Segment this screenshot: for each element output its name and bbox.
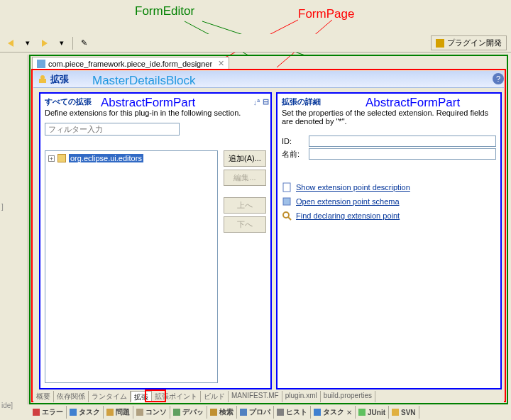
sidebar-marker: ide] — [1, 402, 13, 409]
annotation-formeditor: FormEditor — [135, 4, 194, 18]
dropdown-icon[interactable]: ▾ — [21, 37, 34, 50]
details-section-title: 拡張の詳細 — [282, 96, 321, 107]
master-section-title: すべての拡張 — [45, 96, 92, 107]
view-history[interactable]: ヒスト — [274, 406, 311, 419]
form-title: 拡張 — [50, 73, 69, 86]
master-section: すべての拡張 ↓ª ⊟ Define extensions for this p… — [40, 94, 270, 388]
sort-icon[interactable]: ↓ª — [253, 98, 260, 106]
view-svn[interactable]: SVN — [389, 406, 419, 419]
forward-button[interactable] — [38, 37, 51, 50]
bottom-view-tabs: エラー タスク 問題 コンソ デバッ 検索 プロパ ヒスト タスク ✕ JUni… — [30, 406, 510, 419]
svg-line-9 — [288, 217, 291, 220]
plugin-dev-icon — [436, 39, 444, 48]
button-column: 追加(A)... 編集... 上へ 下へ — [224, 150, 266, 233]
tab-manifest[interactable]: MANIFEST.MF — [229, 391, 282, 402]
details-section: 拡張の詳細 Set the properties of the selected… — [278, 94, 500, 388]
view-console[interactable]: コンソ — [133, 406, 170, 419]
collapse-icon[interactable]: ⊟ — [263, 97, 269, 106]
editor-tab[interactable]: com.piece_framework.piece_ide.form_desig… — [32, 57, 229, 70]
svg-rect-6 — [283, 183, 290, 192]
expand-icon[interactable]: + — [48, 155, 55, 162]
down-button[interactable]: 下へ — [224, 216, 266, 233]
view-tasks[interactable]: タスク — [67, 406, 104, 419]
doc-icon — [282, 182, 292, 192]
filter-input[interactable] — [45, 123, 180, 136]
tab-build-properties[interactable]: build.properties — [321, 391, 375, 402]
add-button[interactable]: 追加(A)... — [224, 150, 266, 167]
id-label: ID: — [282, 137, 309, 145]
open-schema-link[interactable]: Open extension point schema — [296, 197, 400, 206]
help-icon[interactable]: ? — [493, 73, 504, 84]
perspective-label: プラグイン開発 — [447, 38, 502, 48]
view-problems[interactable]: 問題 — [104, 406, 133, 419]
tree-item[interactable]: + org.eclipse.ui.editors — [48, 154, 214, 162]
view-debug[interactable]: デバッ — [170, 406, 207, 419]
tool-icon[interactable]: ✎ — [77, 37, 90, 50]
close-icon[interactable]: ✕ — [218, 59, 224, 68]
annotation-formpage: FormPage — [298, 7, 354, 21]
details-section-desc: Set the properties of the selected exten… — [278, 109, 500, 130]
name-field[interactable] — [309, 148, 496, 160]
name-label: 名前: — [282, 149, 309, 160]
up-button[interactable]: 上へ — [224, 197, 266, 214]
annotation-abstractformpart: AbstractFormPart — [101, 96, 195, 110]
tab-build[interactable]: ビルド — [201, 391, 229, 402]
editor-tab-label: com.piece_framework.piece_ide.form_desig… — [48, 60, 212, 68]
active-tab-highlight — [145, 389, 166, 402]
search-icon — [282, 211, 292, 221]
view-properties[interactable]: プロパ — [237, 406, 274, 419]
view-search[interactable]: 検索 — [207, 406, 237, 419]
back-button[interactable] — [4, 37, 17, 50]
master-section-desc: Define extensions for this plug-in in th… — [40, 109, 270, 121]
find-declaring-link[interactable]: Find declaring extension point — [296, 211, 400, 220]
sidebar-marker: ] — [1, 203, 4, 211]
view-errors[interactable]: エラー — [30, 406, 67, 419]
form-page-tabs: 概要 依存関係 ランタイム 拡張 拡張ポイント ビルド MANIFEST.MF … — [33, 391, 504, 402]
dropdown-icon[interactable]: ▾ — [55, 37, 68, 50]
extensions-tree[interactable]: + org.eclipse.ui.editors — [45, 150, 218, 383]
svg-point-5 — [40, 75, 45, 79]
tree-item-label: org.eclipse.ui.editors — [69, 154, 143, 162]
view-tasks2[interactable]: タスク ✕ — [311, 406, 356, 419]
perspective-switcher[interactable]: プラグイン開発 — [431, 35, 507, 50]
edit-button[interactable]: 編集... — [224, 170, 266, 186]
annotation-abstractformpart: AbstractFormPart — [366, 96, 460, 110]
tab-runtime[interactable]: ランタイム — [89, 391, 131, 402]
tab-plugin-xml[interactable]: plugin.xml — [282, 391, 321, 402]
tab-dependencies[interactable]: 依存関係 — [54, 391, 89, 402]
editor-file-icon — [37, 60, 45, 68]
annotation-masterdetails: MasterDetailsBlock — [92, 74, 196, 88]
tab-overview[interactable]: 概要 — [33, 391, 54, 402]
show-description-link[interactable]: Show extension point description — [296, 183, 410, 192]
schema-icon — [282, 197, 292, 206]
svg-rect-7 — [283, 198, 290, 205]
extension-icon — [38, 74, 48, 84]
id-field[interactable] — [309, 136, 496, 147]
svg-point-8 — [283, 212, 289, 218]
extension-node-icon — [57, 154, 66, 162]
left-sidebar — [0, 55, 28, 404]
view-junit[interactable]: JUnit — [356, 406, 389, 419]
